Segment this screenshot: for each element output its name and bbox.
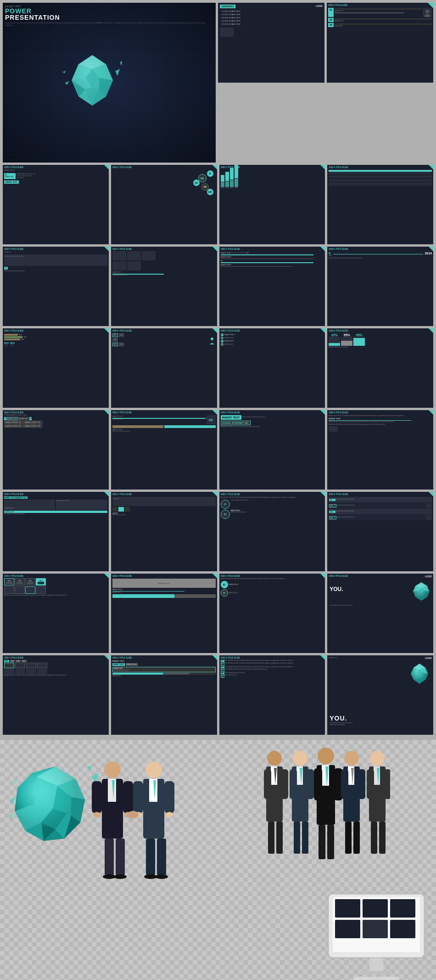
svg-point-57	[93, 812, 101, 817]
row2: ADD A TITLE SLIDE asadal.com asadal.com …	[3, 247, 433, 326]
svg-rect-99	[327, 825, 334, 859]
slide-r7-3[interactable]: ADD A TITLE SLIDE 01 TEXT Asadal has abo…	[219, 655, 325, 735]
slide-r7-2[interactable]: ADD A TITLE SLIDE INSERT TEXT INSERT TEX…	[111, 655, 217, 735]
row-hero: 29SET PPT POWER PRESENTATION started its…	[3, 3, 433, 163]
hero-slide[interactable]: 29SET PPT POWER PRESENTATION started its…	[3, 3, 216, 163]
contents-item-2: 2 CLICK TO ADD TEXT	[220, 13, 323, 16]
slide-thankyou[interactable]: asadal.com LOGO	[327, 655, 433, 735]
svg-rect-88	[290, 769, 297, 799]
svg-point-63	[145, 761, 162, 778]
svg-point-70	[166, 812, 173, 817]
slide-r1-2[interactable]: ADD A TITLE SLIDE 8 90 12 74	[111, 165, 217, 244]
svg-rect-59	[105, 839, 114, 875]
svg-rect-126	[360, 971, 392, 974]
svg-point-23	[211, 338, 213, 340]
hero-subtitle: started its business in Seoul Korea in F…	[5, 22, 213, 27]
svg-rect-98	[319, 825, 325, 859]
svg-rect-119	[335, 899, 360, 918]
svg-point-73	[144, 874, 157, 879]
title-slide-3[interactable]: ADD A TITLE SLIDE 01 INSERT TEXT 02	[327, 3, 433, 83]
slide-r4-1[interactable]: ADD A TITLE SLIDE *PRESENTATION: (Slide …	[3, 410, 109, 490]
svg-rect-105	[358, 769, 365, 799]
svg-rect-90	[294, 822, 300, 854]
slide-r6-3[interactable]: ADD A TITLE SLIDE Asadal has about 35 st…	[219, 574, 325, 653]
watermark-3: asadal.com	[219, 80, 228, 82]
svg-rect-72	[157, 839, 166, 875]
svg-rect-80	[264, 769, 271, 799]
svg-rect-67	[133, 781, 143, 813]
slide-r4-4[interactable]: ADD A TITLE SLIDE Asadal has about 35 st…	[327, 410, 433, 490]
slide-r6-4[interactable]: ADD A TITLE SLIDE LOGO	[327, 574, 433, 653]
svg-rect-82	[268, 822, 274, 854]
svg-rect-83	[276, 822, 283, 854]
svg-rect-81	[281, 769, 288, 799]
watermark-1: asadal.com	[5, 158, 14, 161]
row6: ADD A TITLE SLIDE TEXT TEXT TEXT	[3, 574, 433, 653]
svg-rect-104	[341, 769, 348, 799]
contents-item-5: 5 CLICK TO ADD TEXT	[220, 23, 323, 25]
row7: ADD A TITLE SLIDE TEXT TEXT TEXT TEXT	[3, 655, 433, 735]
slide-r4-2[interactable]: ADD A TITLE SLIDE INSERT TEXT text text …	[111, 410, 217, 490]
svg-rect-96	[314, 768, 322, 800]
watermark-2: asadal.com	[204, 158, 213, 161]
row4: ADD A TITLE SLIDE *PRESENTATION: (Slide …	[3, 410, 433, 490]
slide-r1-4[interactable]: ADD A TITLE SLIDE	[327, 165, 433, 244]
svg-point-21	[425, 10, 429, 13]
svg-rect-122	[335, 920, 360, 938]
svg-marker-20	[62, 70, 66, 73]
svg-rect-125	[369, 958, 383, 972]
slide-r7-1[interactable]: ADD A TITLE SLIDE TEXT TEXT TEXT TEXT	[3, 655, 109, 735]
svg-point-22	[425, 14, 430, 17]
svg-rect-53	[108, 779, 116, 802]
contents-label: CONTENTS	[220, 5, 235, 8]
svg-rect-65	[149, 779, 157, 802]
slide-r6-1[interactable]: ADD A TITLE SLIDE TEXT TEXT TEXT	[3, 574, 109, 653]
svg-rect-91	[302, 822, 308, 854]
svg-rect-89	[307, 769, 314, 799]
assets-section	[0, 740, 436, 980]
svg-point-51	[104, 761, 121, 778]
contents-slide[interactable]: CONTENTS LOGO 1 CLICK TO ADD TEXT 2 CLIC…	[218, 3, 324, 83]
svg-point-76	[267, 751, 282, 766]
svg-point-108	[370, 751, 385, 766]
slide3-teal-corner	[428, 3, 433, 8]
slide-r3-4[interactable]: ADD A TITLE SLIDE 32% 55%	[327, 328, 433, 408]
svg-rect-56	[123, 781, 133, 813]
slide-r3-2[interactable]: ADD A TITLE SLIDE 001 004 002 003 005	[111, 328, 217, 408]
contents-logo: LOGO	[316, 5, 323, 7]
row1-bottom: ADD A TITLE SLIDE INSERT TEXT 01 INSERT …	[3, 165, 433, 244]
row5: ADD A TITLE SLIDE INSERT TEXT INSERT TEX…	[3, 492, 433, 571]
svg-point-75	[128, 811, 139, 818]
svg-rect-113	[384, 769, 390, 799]
hero-title: POWER	[5, 8, 213, 14]
handshake-people-asset	[83, 754, 184, 884]
svg-point-84	[293, 751, 307, 766]
svg-rect-55	[92, 781, 102, 813]
slide-r2-2[interactable]: ADD A TITLE SLIDE INSERT TEXT text text …	[111, 247, 217, 326]
slide-r3-3[interactable]: ADD A TITLE SLIDE 01 INSERT TEXT 02 INSE…	[219, 328, 325, 408]
svg-marker-48	[10, 797, 15, 805]
svg-rect-68	[164, 781, 174, 813]
slide-r2-1[interactable]: ADD A TITLE SLIDE asadal.com asadal.com …	[3, 247, 109, 326]
svg-rect-106	[345, 822, 352, 854]
row3: ADD A TITLE SLIDE Text Text Text	[3, 328, 433, 408]
svg-rect-115	[379, 822, 386, 854]
slide-r2-3[interactable]: ADD A TITLE SLIDE INSER TEXT ───────────…	[219, 247, 325, 326]
slide-r5-1[interactable]: ADD A TITLE SLIDE INSERT TEXT INSERT TEX…	[3, 492, 109, 571]
slide-r6-2[interactable]: ADD A TITLE SLIDE INSERT TEXT INSERT TEX…	[111, 574, 217, 653]
svg-marker-18	[120, 61, 122, 66]
contents-item-3: 3 CLICK TO ADD TEXT	[220, 17, 323, 19]
slide-r3-1[interactable]: ADD A TITLE SLIDE Text Text Text	[3, 328, 109, 408]
slide-r2-4[interactable]: ADD A TITLE SLIDE 6 2008 2014 text text …	[327, 247, 433, 326]
svg-rect-107	[353, 822, 360, 854]
svg-rect-124	[390, 920, 415, 938]
slide-r1-3[interactable]: ADD A TITLE SLIDE 2012 2013	[219, 165, 325, 244]
slide-r5-2[interactable]: ADD A TITLE SLIDE folder icon INSERT TEX…	[111, 492, 217, 571]
slide-r5-4[interactable]: ADD A TITLE SLIDE 01 → text text text te…	[327, 492, 433, 571]
slide-r4-3[interactable]: ADD A TITLE SLIDE INSERT TEXT text text …	[219, 410, 325, 490]
slide-r5-3[interactable]: ADD A TITLE SLIDE Asadal has about 35 st…	[219, 492, 325, 571]
business-group-asset	[262, 744, 390, 889]
svg-rect-114	[371, 822, 377, 854]
slide-r1-1[interactable]: ADD A TITLE SLIDE INSERT TEXT 01 INSERT …	[3, 165, 109, 244]
slide3-title: ADD A TITLE SLIDE	[328, 4, 432, 6]
